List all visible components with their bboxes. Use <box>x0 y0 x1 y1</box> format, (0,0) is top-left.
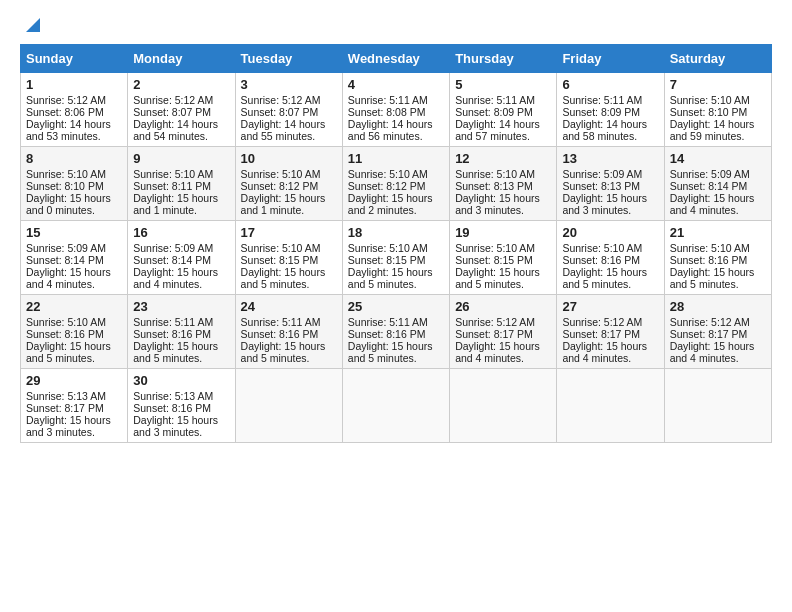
sunset-label: Sunset: 8:16 PM <box>241 328 319 340</box>
sunset-label: Sunset: 8:15 PM <box>348 254 426 266</box>
calendar-cell: 17 Sunrise: 5:10 AM Sunset: 8:15 PM Dayl… <box>235 221 342 295</box>
sunrise-label: Sunrise: 5:10 AM <box>562 242 642 254</box>
day-number: 19 <box>455 225 551 240</box>
col-header-saturday: Saturday <box>664 45 771 73</box>
day-number: 9 <box>133 151 229 166</box>
day-number: 14 <box>670 151 766 166</box>
sunrise-label: Sunrise: 5:10 AM <box>455 242 535 254</box>
day-number: 10 <box>241 151 337 166</box>
daylight-label: Daylight: 15 hours and 3 minutes. <box>455 192 540 216</box>
day-number: 11 <box>348 151 444 166</box>
daylight-label: Daylight: 14 hours and 55 minutes. <box>241 118 326 142</box>
sunrise-label: Sunrise: 5:11 AM <box>455 94 535 106</box>
daylight-label: Daylight: 15 hours and 4 minutes. <box>133 266 218 290</box>
sunrise-label: Sunrise: 5:11 AM <box>133 316 213 328</box>
day-number: 7 <box>670 77 766 92</box>
sunrise-label: Sunrise: 5:09 AM <box>133 242 213 254</box>
day-number: 2 <box>133 77 229 92</box>
sunset-label: Sunset: 8:08 PM <box>348 106 426 118</box>
calendar-cell: 16 Sunrise: 5:09 AM Sunset: 8:14 PM Dayl… <box>128 221 235 295</box>
sunset-label: Sunset: 8:16 PM <box>348 328 426 340</box>
calendar-cell: 4 Sunrise: 5:11 AM Sunset: 8:08 PM Dayli… <box>342 73 449 147</box>
daylight-label: Daylight: 15 hours and 5 minutes. <box>670 266 755 290</box>
sunset-label: Sunset: 8:06 PM <box>26 106 104 118</box>
daylight-label: Daylight: 14 hours and 53 minutes. <box>26 118 111 142</box>
sunset-label: Sunset: 8:16 PM <box>670 254 748 266</box>
week-row-2: 8 Sunrise: 5:10 AM Sunset: 8:10 PM Dayli… <box>21 147 772 221</box>
daylight-label: Daylight: 15 hours and 5 minutes. <box>26 340 111 364</box>
daylight-label: Daylight: 15 hours and 3 minutes. <box>133 414 218 438</box>
calendar-cell: 20 Sunrise: 5:10 AM Sunset: 8:16 PM Dayl… <box>557 221 664 295</box>
calendar-cell: 2 Sunrise: 5:12 AM Sunset: 8:07 PM Dayli… <box>128 73 235 147</box>
calendar-cell: 5 Sunrise: 5:11 AM Sunset: 8:09 PM Dayli… <box>450 73 557 147</box>
sunset-label: Sunset: 8:17 PM <box>26 402 104 414</box>
sunrise-label: Sunrise: 5:11 AM <box>348 316 428 328</box>
daylight-label: Daylight: 15 hours and 4 minutes. <box>670 192 755 216</box>
calendar-cell: 13 Sunrise: 5:09 AM Sunset: 8:13 PM Dayl… <box>557 147 664 221</box>
day-number: 4 <box>348 77 444 92</box>
calendar-cell: 25 Sunrise: 5:11 AM Sunset: 8:16 PM Dayl… <box>342 295 449 369</box>
calendar-cell: 6 Sunrise: 5:11 AM Sunset: 8:09 PM Dayli… <box>557 73 664 147</box>
calendar-cell: 15 Sunrise: 5:09 AM Sunset: 8:14 PM Dayl… <box>21 221 128 295</box>
sunrise-label: Sunrise: 5:10 AM <box>241 242 321 254</box>
day-number: 5 <box>455 77 551 92</box>
sunrise-label: Sunrise: 5:10 AM <box>670 242 750 254</box>
calendar-cell: 1 Sunrise: 5:12 AM Sunset: 8:06 PM Dayli… <box>21 73 128 147</box>
daylight-label: Daylight: 14 hours and 58 minutes. <box>562 118 647 142</box>
day-number: 17 <box>241 225 337 240</box>
logo <box>20 20 40 34</box>
week-row-3: 15 Sunrise: 5:09 AM Sunset: 8:14 PM Dayl… <box>21 221 772 295</box>
daylight-label: Daylight: 15 hours and 5 minutes. <box>241 340 326 364</box>
col-header-thursday: Thursday <box>450 45 557 73</box>
sunset-label: Sunset: 8:07 PM <box>133 106 211 118</box>
daylight-label: Daylight: 14 hours and 59 minutes. <box>670 118 755 142</box>
sunrise-label: Sunrise: 5:13 AM <box>26 390 106 402</box>
calendar-cell <box>235 369 342 443</box>
daylight-label: Daylight: 15 hours and 4 minutes. <box>670 340 755 364</box>
sunset-label: Sunset: 8:17 PM <box>670 328 748 340</box>
week-row-1: 1 Sunrise: 5:12 AM Sunset: 8:06 PM Dayli… <box>21 73 772 147</box>
daylight-label: Daylight: 15 hours and 0 minutes. <box>26 192 111 216</box>
day-number: 30 <box>133 373 229 388</box>
daylight-label: Daylight: 15 hours and 1 minute. <box>133 192 218 216</box>
calendar-cell: 24 Sunrise: 5:11 AM Sunset: 8:16 PM Dayl… <box>235 295 342 369</box>
sunset-label: Sunset: 8:15 PM <box>455 254 533 266</box>
sunrise-label: Sunrise: 5:11 AM <box>241 316 321 328</box>
calendar-cell <box>342 369 449 443</box>
sunrise-label: Sunrise: 5:13 AM <box>133 390 213 402</box>
calendar-cell: 10 Sunrise: 5:10 AM Sunset: 8:12 PM Dayl… <box>235 147 342 221</box>
sunrise-label: Sunrise: 5:10 AM <box>241 168 321 180</box>
sunset-label: Sunset: 8:17 PM <box>455 328 533 340</box>
calendar-cell: 19 Sunrise: 5:10 AM Sunset: 8:15 PM Dayl… <box>450 221 557 295</box>
day-number: 3 <box>241 77 337 92</box>
col-header-tuesday: Tuesday <box>235 45 342 73</box>
week-row-4: 22 Sunrise: 5:10 AM Sunset: 8:16 PM Dayl… <box>21 295 772 369</box>
day-number: 23 <box>133 299 229 314</box>
sunset-label: Sunset: 8:07 PM <box>241 106 319 118</box>
daylight-label: Daylight: 15 hours and 3 minutes. <box>562 192 647 216</box>
sunset-label: Sunset: 8:11 PM <box>133 180 211 192</box>
page-header <box>20 20 772 34</box>
day-number: 12 <box>455 151 551 166</box>
daylight-label: Daylight: 15 hours and 1 minute. <box>241 192 326 216</box>
day-number: 18 <box>348 225 444 240</box>
sunrise-label: Sunrise: 5:09 AM <box>562 168 642 180</box>
calendar-cell: 27 Sunrise: 5:12 AM Sunset: 8:17 PM Dayl… <box>557 295 664 369</box>
sunrise-label: Sunrise: 5:12 AM <box>670 316 750 328</box>
day-number: 6 <box>562 77 658 92</box>
calendar-cell: 9 Sunrise: 5:10 AM Sunset: 8:11 PM Dayli… <box>128 147 235 221</box>
day-number: 1 <box>26 77 122 92</box>
day-number: 13 <box>562 151 658 166</box>
day-number: 21 <box>670 225 766 240</box>
calendar-cell: 30 Sunrise: 5:13 AM Sunset: 8:16 PM Dayl… <box>128 369 235 443</box>
sunset-label: Sunset: 8:14 PM <box>26 254 104 266</box>
sunrise-label: Sunrise: 5:10 AM <box>133 168 213 180</box>
calendar-table: SundayMondayTuesdayWednesdayThursdayFrid… <box>20 44 772 443</box>
sunrise-label: Sunrise: 5:10 AM <box>455 168 535 180</box>
sunrise-label: Sunrise: 5:12 AM <box>133 94 213 106</box>
calendar-cell <box>450 369 557 443</box>
sunrise-label: Sunrise: 5:10 AM <box>26 168 106 180</box>
calendar-cell: 22 Sunrise: 5:10 AM Sunset: 8:16 PM Dayl… <box>21 295 128 369</box>
col-header-friday: Friday <box>557 45 664 73</box>
sunrise-label: Sunrise: 5:10 AM <box>348 168 428 180</box>
